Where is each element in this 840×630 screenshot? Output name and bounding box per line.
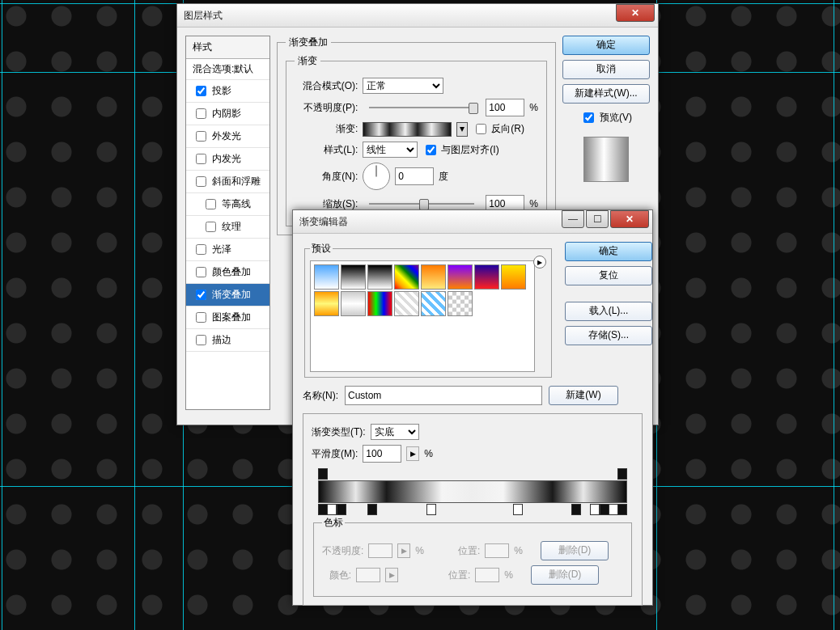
- layer-style-title: 图层样式: [177, 9, 223, 23]
- opacity-input[interactable]: [486, 99, 524, 116]
- slider-thumb[interactable]: [419, 199, 429, 210]
- angle-dial[interactable]: [363, 163, 390, 190]
- reset-button[interactable]: 复位: [565, 266, 652, 285]
- style-list-header[interactable]: 样式: [186, 36, 269, 59]
- opacity-slider[interactable]: [369, 107, 474, 108]
- preset-swatch[interactable]: [394, 264, 419, 290]
- percent-label: %: [504, 569, 513, 581]
- color-stop[interactable]: [367, 504, 377, 515]
- satin-checkbox[interactable]: [196, 244, 206, 255]
- style-inner-glow[interactable]: 内发光: [186, 148, 269, 171]
- cancel-button[interactable]: 取消: [562, 60, 650, 79]
- gradient-bar[interactable]: [318, 480, 627, 503]
- opacity-stop[interactable]: [617, 468, 627, 480]
- preset-swatch[interactable]: [341, 264, 366, 290]
- maximize-button[interactable]: ☐: [586, 210, 609, 228]
- gradient-type-select[interactable]: 实底: [371, 424, 419, 440]
- style-outer-glow[interactable]: 外发光: [186, 125, 269, 148]
- minimize-button[interactable]: —: [562, 210, 584, 228]
- gradient-definition-fieldset: 渐变类型(T): 实底 平滑度(M): ▶ %: [303, 413, 643, 606]
- pattern-overlay-checkbox[interactable]: [196, 312, 206, 323]
- preset-swatch[interactable]: [501, 264, 526, 290]
- color-stop[interactable]: [600, 504, 609, 515]
- style-inner-shadow[interactable]: 内阴影: [186, 103, 269, 125]
- preset-swatch[interactable]: [448, 291, 473, 316]
- close-button[interactable]: ✕: [616, 4, 655, 22]
- style-gradient-overlay[interactable]: 渐变叠加: [186, 284, 269, 307]
- color-stop[interactable]: [318, 504, 328, 515]
- color-stop[interactable]: [337, 504, 346, 515]
- color-stop[interactable]: [426, 504, 436, 515]
- preset-swatch[interactable]: [314, 291, 339, 316]
- style-stroke[interactable]: 描边: [186, 329, 269, 352]
- style-satin[interactable]: 光泽: [186, 239, 269, 261]
- preset-swatch[interactable]: [421, 291, 446, 316]
- color-stops-row[interactable]: [318, 503, 627, 516]
- save-button[interactable]: 存储(S)...: [565, 326, 652, 345]
- gradient-editor-titlebar[interactable]: 渐变编辑器 — ☐ ✕: [293, 210, 652, 234]
- style-texture[interactable]: 纹理: [186, 216, 269, 239]
- slider-thumb[interactable]: [469, 103, 478, 114]
- style-drop-shadow[interactable]: 投影: [186, 80, 269, 103]
- blending-options-default[interactable]: 混合选项:默认: [186, 59, 269, 80]
- preset-swatch[interactable]: [421, 264, 446, 290]
- preview-swatch: [583, 137, 629, 182]
- presets-grid[interactable]: [310, 260, 535, 372]
- new-style-button[interactable]: 新建样式(W)...: [562, 84, 650, 104]
- gradient-name-input[interactable]: [345, 386, 542, 405]
- smoothness-input[interactable]: [363, 445, 401, 463]
- align-checkbox[interactable]: [426, 145, 436, 155]
- color-stop-fieldset: 色标 不透明度: ▶ % 位置: % 删除(D) 颜色: ▶: [313, 516, 632, 597]
- preview-checkbox[interactable]: [583, 112, 594, 123]
- angle-input[interactable]: [395, 167, 434, 185]
- inner-glow-checkbox[interactable]: [196, 154, 206, 164]
- ok-button[interactable]: 确定: [562, 36, 650, 55]
- style-bevel[interactable]: 斜面和浮雕: [186, 171, 269, 193]
- color-stop[interactable]: [617, 504, 627, 515]
- new-button[interactable]: 新建(W): [549, 386, 618, 405]
- color-stop[interactable]: [513, 504, 523, 515]
- ok-button[interactable]: 确定: [565, 242, 652, 261]
- percent-label: %: [529, 198, 538, 209]
- texture-checkbox[interactable]: [206, 222, 216, 232]
- color-stop[interactable]: [327, 504, 337, 515]
- color-overlay-checkbox[interactable]: [196, 267, 206, 277]
- presets-menu-icon[interactable]: ▶: [533, 256, 546, 268]
- opacity-stops-row[interactable]: [318, 467, 627, 480]
- maximize-icon: ☐: [593, 214, 602, 225]
- gradient-style-select[interactable]: 线性: [363, 142, 418, 158]
- bevel-checkbox[interactable]: [196, 176, 206, 187]
- preset-swatch[interactable]: [367, 264, 392, 290]
- preset-swatch[interactable]: [314, 264, 339, 290]
- smoothness-stepper-icon[interactable]: ▶: [406, 446, 419, 461]
- outer-glow-checkbox[interactable]: [196, 131, 206, 142]
- inner-shadow-checkbox[interactable]: [196, 108, 206, 119]
- load-button[interactable]: 载入(L)...: [565, 302, 652, 321]
- style-color-overlay[interactable]: 颜色叠加: [186, 261, 269, 284]
- gradient-overlay-checkbox[interactable]: [196, 290, 206, 300]
- scale-slider[interactable]: [369, 203, 474, 205]
- close-button[interactable]: ✕: [610, 210, 649, 228]
- name-label: 名称(N):: [303, 389, 338, 403]
- preset-swatch[interactable]: [341, 291, 366, 316]
- preset-swatch[interactable]: [394, 291, 419, 316]
- opacity-stop[interactable]: [318, 468, 328, 480]
- gradient-swatch[interactable]: [363, 122, 452, 137]
- align-option[interactable]: 与图层对齐(I): [422, 142, 498, 158]
- style-pattern-overlay[interactable]: 图案叠加: [186, 307, 269, 329]
- contour-checkbox[interactable]: [206, 199, 216, 209]
- preset-swatch[interactable]: [367, 291, 392, 316]
- preset-swatch[interactable]: [448, 264, 473, 290]
- blend-mode-select[interactable]: 正常: [363, 78, 443, 94]
- reverse-option[interactable]: 反向(R): [473, 121, 524, 137]
- gradient-dropdown-icon[interactable]: ▾: [456, 122, 468, 137]
- drop-shadow-checkbox[interactable]: [196, 86, 206, 96]
- preset-swatch[interactable]: [474, 264, 499, 290]
- color-stop[interactable]: [571, 504, 581, 515]
- style-contour[interactable]: 等高线: [186, 193, 269, 216]
- preview-option[interactable]: 预览(V): [580, 110, 632, 125]
- reverse-checkbox[interactable]: [476, 124, 486, 134]
- layer-style-titlebar[interactable]: 图层样式 ✕: [177, 4, 658, 27]
- color-stop[interactable]: [590, 504, 600, 515]
- stroke-checkbox[interactable]: [196, 335, 206, 345]
